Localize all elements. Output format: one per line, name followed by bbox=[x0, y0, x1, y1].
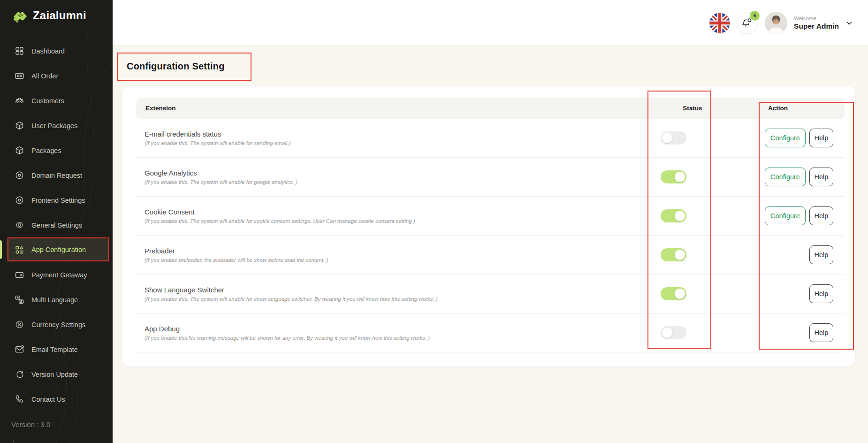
dashboard-icon bbox=[14, 46, 24, 56]
help-button[interactable]: Help bbox=[809, 168, 833, 186]
status-toggle[interactable] bbox=[661, 209, 686, 222]
sidebar-item-customers[interactable]: Customers bbox=[7, 88, 109, 113]
user-name: Super Admin bbox=[794, 22, 839, 31]
sidebar-item-contact-us[interactable]: Contact Us bbox=[7, 387, 109, 412]
status-toggle[interactable] bbox=[661, 326, 686, 339]
chevron-down-icon[interactable] bbox=[845, 19, 853, 27]
avatar[interactable] bbox=[765, 12, 787, 34]
toggle-knob bbox=[662, 133, 672, 143]
sidebar-item-domain-request[interactable]: Domain Request bbox=[7, 163, 109, 188]
table-row: Preloader(If you enable preloader, the p… bbox=[136, 236, 845, 275]
help-button[interactable]: Help bbox=[809, 245, 833, 264]
extension-info: Google Analytics(If you enable this. The… bbox=[145, 169, 297, 185]
extension-info: Preloader(If you enable preloader, the p… bbox=[145, 247, 328, 263]
sidebar-item-email-template[interactable]: Email Template bbox=[7, 337, 109, 362]
sidebar-item-label: Dashboard bbox=[31, 47, 65, 55]
order-card-icon bbox=[14, 71, 24, 81]
topbar: 5 Welco bbox=[113, 0, 868, 46]
sidebar-item-frontend-settings[interactable]: Frontend Settings bbox=[7, 188, 109, 213]
sidebar-item-label: Packages bbox=[31, 147, 61, 154]
sidebar-item-dashboard[interactable]: Dashboard bbox=[7, 38, 109, 63]
sidebar-item-label: Domain Request bbox=[31, 172, 82, 179]
extension-description: (If you enable this. The system will ena… bbox=[145, 179, 297, 185]
status-toggle[interactable] bbox=[661, 248, 686, 261]
brand-logo[interactable]: Zaialumni bbox=[11, 8, 86, 23]
disc-icon bbox=[14, 170, 24, 181]
extension-description: (If you enable this. The system will ena… bbox=[145, 140, 290, 146]
sidebar-item-user-packages[interactable]: User Packages bbox=[7, 113, 109, 138]
sidebar-item-currency-settings[interactable]: Currency Settings bbox=[7, 312, 109, 337]
sidebar-item-label: App Configuration bbox=[31, 246, 86, 253]
table-row: Cookie Consent(If you enable this. The s… bbox=[136, 197, 845, 236]
translate-icon bbox=[14, 295, 24, 305]
toggle-knob bbox=[675, 250, 685, 260]
notification-count-badge: 5 bbox=[750, 11, 760, 21]
column-header-action: Action bbox=[768, 98, 788, 119]
version-label: Version : 3.0 bbox=[11, 420, 50, 428]
configure-button[interactable]: Configure bbox=[765, 168, 806, 186]
extension-title: E-mail credentials status bbox=[145, 130, 290, 138]
help-button[interactable]: Help bbox=[809, 129, 833, 147]
help-button[interactable]: Help bbox=[809, 206, 833, 225]
topbar-controls: 5 Welco bbox=[709, 0, 853, 46]
sidebar-item-label: Email Template bbox=[31, 346, 78, 353]
sidebar-item-app-configuration[interactable]: App Configuration bbox=[7, 238, 109, 261]
configure-button[interactable]: Configure bbox=[765, 129, 806, 147]
extension-title: Google Analytics bbox=[145, 169, 297, 177]
wallet-icon bbox=[14, 270, 24, 280]
extension-description: (If you enable this.No warning message w… bbox=[145, 335, 430, 341]
app-screen: Zaialumni DashboardAll OrderCustomersUse… bbox=[0, 0, 868, 443]
row-actions: Help bbox=[809, 284, 833, 303]
sidebar-item-version-update[interactable]: Version Update bbox=[7, 362, 109, 387]
sidebar: Zaialumni DashboardAll OrderCustomersUse… bbox=[0, 0, 113, 443]
help-button[interactable]: Help bbox=[809, 323, 833, 342]
sidebar-item-label: General Settings bbox=[31, 222, 82, 229]
extension-description: (If you enable this. The system will ena… bbox=[145, 218, 415, 224]
brand-name: Zaialumni bbox=[33, 9, 86, 22]
gear-icon bbox=[14, 220, 24, 230]
extension-info: App Debug(If you enable this.No warning … bbox=[145, 325, 430, 341]
language-flag-button[interactable] bbox=[709, 13, 730, 33]
table-body: E-mail credentials status(If you enable … bbox=[136, 119, 845, 352]
sidebar-item-payment-getaway[interactable]: Payment Getaway bbox=[7, 262, 109, 287]
table-row: Show Language Switcher(If you enable thi… bbox=[136, 275, 845, 313]
sidebar-item-label: Frontend Settings bbox=[31, 197, 85, 204]
column-header-extension: Extension bbox=[145, 98, 176, 119]
sidebar-item-multi-language[interactable]: Multi Language bbox=[7, 287, 109, 312]
cube-icon bbox=[14, 145, 24, 156]
disc-icon bbox=[14, 195, 24, 206]
configure-button[interactable]: Configure bbox=[765, 206, 806, 225]
row-actions: ConfigureHelp bbox=[765, 206, 833, 225]
sidebar-item-label: Payment Getaway bbox=[31, 271, 87, 279]
row-actions: ConfigureHelp bbox=[765, 168, 833, 186]
refresh-icon bbox=[14, 369, 24, 380]
status-toggle[interactable] bbox=[661, 170, 686, 183]
phone-icon bbox=[14, 394, 24, 405]
users-icon bbox=[14, 96, 24, 106]
toggle-knob bbox=[662, 328, 672, 338]
sidebar-item-label: Customers bbox=[31, 97, 64, 105]
components-icon bbox=[14, 244, 24, 255]
table-header: Extension Status Action bbox=[136, 98, 845, 119]
sidebar-nav: DashboardAll OrderCustomersUser Packages… bbox=[0, 38, 113, 412]
mail-icon bbox=[14, 344, 24, 355]
configuration-card: Extension Status Action E-mail credentia… bbox=[122, 86, 855, 367]
help-button[interactable]: Help bbox=[809, 284, 833, 303]
extension-title: Cookie Consent bbox=[145, 208, 415, 216]
user-menu[interactable]: Welcome Super Admin bbox=[794, 15, 839, 31]
extension-description: (If you enable this. The system will ena… bbox=[145, 296, 438, 302]
sidebar-item-label: Contact Us bbox=[31, 396, 65, 403]
status-toggle[interactable] bbox=[661, 287, 686, 300]
extension-info: Cookie Consent(If you enable this. The s… bbox=[145, 208, 415, 224]
extension-info: Show Language Switcher(If you enable thi… bbox=[145, 286, 438, 302]
cut-off-icon bbox=[10, 438, 20, 443]
table-row: Google Analytics(If you enable this. The… bbox=[136, 158, 845, 197]
sidebar-item-packages[interactable]: Packages bbox=[7, 138, 109, 163]
notifications-button[interactable]: 5 bbox=[737, 12, 758, 34]
status-toggle[interactable] bbox=[661, 131, 686, 145]
page-title: Configuration Setting bbox=[127, 61, 225, 72]
extension-title: App Debug bbox=[145, 325, 430, 333]
sidebar-item-all-order[interactable]: All Order bbox=[7, 63, 109, 88]
sidebar-item-label: Version Update bbox=[31, 371, 78, 378]
sidebar-item-general-settings[interactable]: General Settings bbox=[7, 213, 109, 237]
